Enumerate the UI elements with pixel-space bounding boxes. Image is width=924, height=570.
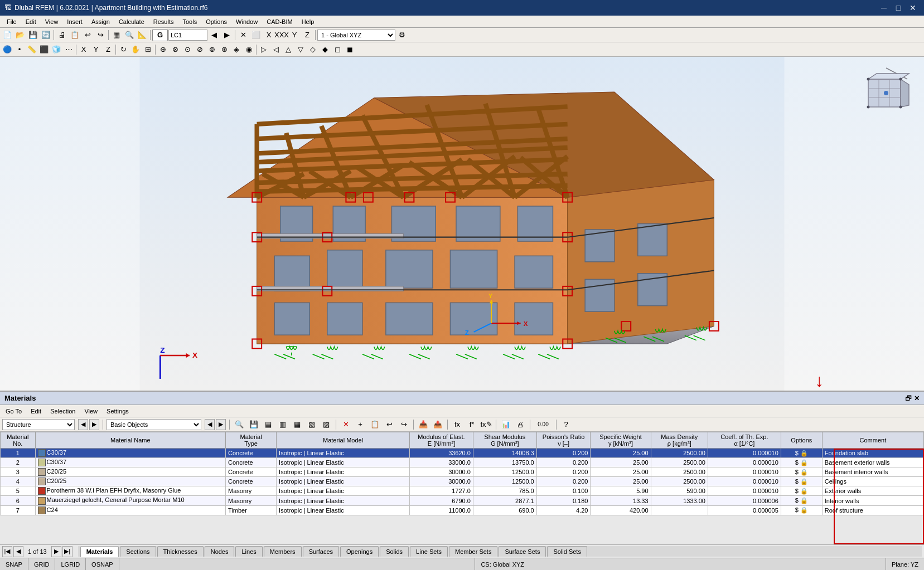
maximize-button[interactable]: □ xyxy=(892,2,905,14)
tool2[interactable]: ⊗ xyxy=(169,43,181,56)
display3[interactable]: △ xyxy=(282,43,294,56)
3d-cube-navigator[interactable] xyxy=(860,65,913,115)
import-btn[interactable]: 📥 xyxy=(417,418,429,431)
redo-btn[interactable]: ↪ xyxy=(94,29,107,41)
tab-nodes[interactable]: Nodes xyxy=(205,546,235,557)
lc-next[interactable]: ▶ xyxy=(221,29,233,41)
snap-toggle[interactable]: SNAP xyxy=(0,558,28,570)
lc-prev[interactable]: ◀ xyxy=(208,29,220,41)
filter-btn[interactable]: 🔍 xyxy=(233,418,245,431)
menu-item-window[interactable]: Window xyxy=(231,17,262,26)
last-page-btn[interactable]: ▶| xyxy=(62,546,72,557)
table-row[interactable]: 7C24TimberIsotropic | Linear Elastic1100… xyxy=(1,505,924,515)
panel-selection-menu[interactable]: Selection xyxy=(47,407,79,416)
snap-btn[interactable]: 🔵 xyxy=(1,43,13,56)
axis-y[interactable]: Y xyxy=(90,43,102,56)
display7[interactable]: ◻ xyxy=(331,43,344,56)
minimize-button[interactable]: ─ xyxy=(877,2,891,14)
tab-thicknesses[interactable]: Thicknesses xyxy=(157,546,204,557)
panel-settings-menu[interactable]: Settings xyxy=(103,407,132,416)
table-row[interactable]: 6Mauerziegel gelocht, General Purpose Mo… xyxy=(1,496,924,505)
rotate-btn[interactable]: ↻ xyxy=(117,43,129,56)
prev-page-btn[interactable]: ◀ xyxy=(13,546,23,557)
help-btn[interactable]: ? xyxy=(560,418,572,431)
tool5[interactable]: ⊚ xyxy=(206,43,218,56)
panel-float-btn[interactable]: 🗗 xyxy=(905,394,912,402)
tab-materials[interactable]: Materials xyxy=(80,546,119,557)
open-btn[interactable]: 📂 xyxy=(14,29,26,41)
next-page-btn[interactable]: ▶ xyxy=(51,546,61,557)
structure-next[interactable]: ▶ xyxy=(89,419,99,430)
table-row[interactable]: 5Porotherm 38 W.i Plan EFH Dryfix, Mason… xyxy=(1,486,924,496)
table-row[interactable]: 1C30/37ConcreteIsotropic | Linear Elasti… xyxy=(1,449,924,458)
menu-item-insert[interactable]: Insert xyxy=(62,17,87,26)
menu-item-file[interactable]: File xyxy=(2,17,21,26)
display6[interactable]: ◆ xyxy=(319,43,331,56)
tool1[interactable]: ⊕ xyxy=(157,43,169,56)
grid-toggle[interactable]: GRID xyxy=(28,558,56,570)
menu-item-view[interactable]: View xyxy=(41,17,63,26)
table-btn4[interactable]: ▧ xyxy=(306,418,318,431)
objects-next[interactable]: ▶ xyxy=(216,419,226,430)
solid-btn[interactable]: 🧊 xyxy=(50,43,62,56)
export-btn[interactable]: 📤 xyxy=(432,418,444,431)
panel-edit-menu[interactable]: Edit xyxy=(27,407,45,416)
copy-btn[interactable]: 📋 xyxy=(69,29,81,41)
display5[interactable]: ◇ xyxy=(307,43,319,56)
panel-goto-menu[interactable]: Go To xyxy=(2,407,25,416)
menu-item-calculate[interactable]: Calculate xyxy=(114,17,149,26)
formula-ref-btn[interactable]: f* xyxy=(466,418,478,431)
structure-dropdown[interactable]: Structure xyxy=(2,419,75,430)
close-button[interactable]: ✕ xyxy=(906,2,920,14)
basic-objects-dropdown[interactable]: Basic Objects xyxy=(107,419,201,430)
menu-item-edit[interactable]: Edit xyxy=(21,17,41,26)
zoom-btn[interactable]: 🔍 xyxy=(123,29,136,41)
tab-lines[interactable]: Lines xyxy=(235,546,262,557)
axis-x[interactable]: X xyxy=(78,43,90,56)
panel-view-menu[interactable]: View xyxy=(81,407,101,416)
render-btn[interactable]: ✕ xyxy=(237,29,249,41)
view-z[interactable]: Z xyxy=(301,29,313,41)
tab-surfaces[interactable]: Surfaces xyxy=(303,546,339,557)
table-row[interactable]: 4C20/25ConcreteIsotropic | Linear Elasti… xyxy=(1,477,924,486)
print-table-btn[interactable]: 🖨 xyxy=(514,418,526,431)
line-btn[interactable]: 📏 xyxy=(26,43,38,56)
view3d-btn[interactable]: ⬜ xyxy=(250,29,262,41)
save-btn[interactable]: 💾 xyxy=(27,29,39,41)
tool6[interactable]: ⊛ xyxy=(218,43,230,56)
display8[interactable]: ◼ xyxy=(344,43,356,56)
print-btn[interactable]: 🖨 xyxy=(56,29,68,41)
zoom-fit-btn[interactable]: ⊞ xyxy=(142,43,154,56)
table-btn5[interactable]: ▨ xyxy=(320,418,332,431)
copy-row-btn[interactable]: 📋 xyxy=(369,418,381,431)
tool8[interactable]: ◉ xyxy=(243,43,255,56)
menu-item-results[interactable]: Results xyxy=(149,17,178,26)
tab-surface-sets[interactable]: Surface Sets xyxy=(499,546,546,557)
display4[interactable]: ▽ xyxy=(294,43,307,56)
display1[interactable]: ▷ xyxy=(258,43,270,56)
tab-member-sets[interactable]: Member Sets xyxy=(449,546,497,557)
delete-btn[interactable]: ✕ xyxy=(340,418,352,431)
first-page-btn[interactable]: |◀ xyxy=(2,546,12,557)
materials-table-scroll[interactable]: MaterialNo. Material Name MaterialType M… xyxy=(0,432,924,544)
report-btn[interactable]: 📊 xyxy=(500,418,512,431)
num-btn[interactable]: 0.00 xyxy=(534,418,553,431)
tab-sections[interactable]: Sections xyxy=(120,546,156,557)
tool4[interactable]: ⊘ xyxy=(193,43,206,56)
surface-btn[interactable]: ⬛ xyxy=(38,43,50,56)
lgrid-toggle[interactable]: LGRID xyxy=(55,558,86,570)
viewport[interactable]: Z X X Y Z xyxy=(0,57,924,391)
formula-edit-btn[interactable]: fx✎ xyxy=(480,418,492,431)
undo-btn[interactable]: ↩ xyxy=(81,29,94,41)
view-x[interactable]: X xyxy=(263,29,275,41)
select-btn[interactable]: ▦ xyxy=(110,29,123,41)
menu-item-options[interactable]: Options xyxy=(201,17,231,26)
structure-prev[interactable]: ◀ xyxy=(78,419,88,430)
tab-members[interactable]: Members xyxy=(264,546,302,557)
table-btn2[interactable]: ▥ xyxy=(277,418,289,431)
menu-item-tools[interactable]: Tools xyxy=(178,17,201,26)
table-row[interactable]: 3C20/25ConcreteIsotropic | Linear Elasti… xyxy=(1,467,924,477)
refresh-btn[interactable]: 🔄 xyxy=(40,29,52,41)
view-y[interactable]: Y xyxy=(288,29,301,41)
tab-line-sets[interactable]: Line Sets xyxy=(410,546,448,557)
